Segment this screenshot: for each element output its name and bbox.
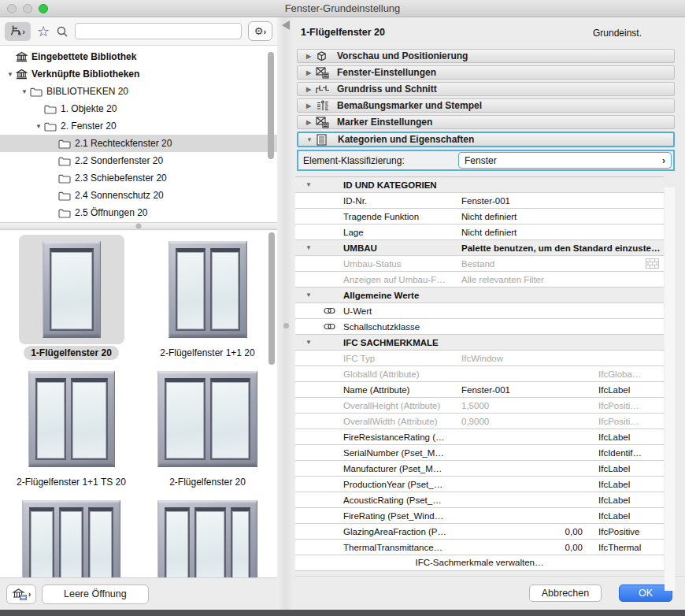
disclosure-triangle[interactable]: ▼ [33, 123, 44, 130]
property-row-globalid-attribute[interactable]: GlobalId (Attribute)IfcGloba… [295, 366, 664, 382]
property-row-lage[interactable]: LageNicht definiert [295, 225, 664, 240]
thumbnail-window-6[interactable] [139, 494, 276, 577]
tree-item-2-4-sonnenschutz-20[interactable]: 2.4 Sonnenschutz 20 [0, 187, 277, 204]
settings-gear-button[interactable]: ⚙› [248, 21, 272, 41]
property-section-ifc-sachmerkmale[interactable]: ▼IFC SACHMERKMALE [295, 335, 664, 351]
property-name: Name (Attribute) [343, 385, 461, 395]
folder-icon [58, 191, 71, 201]
accordion-label: Grundriss und Schnitt [337, 83, 437, 95]
tree-item-2-2-sonderfenster-20[interactable]: 2.2 Sonderfenster 20 [0, 152, 277, 169]
table-scroll-gutter[interactable] [665, 187, 675, 591]
object-type-button[interactable]: › [5, 22, 31, 41]
property-row-umbau-status[interactable]: Umbau-StatusBestand [295, 256, 664, 272]
empty-opening-button[interactable]: Leere Öffnung [42, 584, 149, 604]
tree-item-label: Verknüpfte Bibliotheken [31, 69, 139, 80]
minimize-button[interactable] [23, 4, 32, 13]
tree-item-label: Eingebettete Bibliothek [31, 51, 136, 62]
zoom-button[interactable] [39, 4, 48, 13]
vertical-splitter[interactable] [277, 17, 294, 610]
property-row-productionyear-pset[interactable]: ProductionYear (Pset_…IfcLabel [295, 477, 664, 492]
thumbnail-2-flügelfenster-20[interactable]: 2-Flügelfenster 20 [139, 365, 276, 489]
property-type: IfcLabel [598, 385, 664, 395]
window-pane [210, 248, 240, 331]
categories-icon [317, 134, 338, 146]
tree-item-eingebettete-bibliothek[interactable]: Eingebettete Bibliothek [0, 48, 277, 65]
property-row-acousticrating-pset[interactable]: AcousticRating (Pset_…IfcLabel [295, 492, 664, 508]
thumbnail-window-5[interactable] [3, 494, 139, 577]
disclosure-triangle[interactable]: ▼ [5, 71, 16, 78]
property-row-overallheight-attribute[interactable]: OverallHeight (Attribute)1,5000IfcPositi… [295, 398, 664, 414]
thumbnail-2-flügelfenster-1-1-20[interactable]: 2-Flügelfenster 1+1 20 [139, 235, 276, 360]
window-pane [176, 248, 206, 331]
tree-item-verknüpfte-bibliotheken[interactable]: ▼Verknüpfte Bibliotheken [0, 65, 277, 83]
disclosure-triangle[interactable]: ▼ [19, 88, 30, 95]
property-name: Anzeigen auf Umbau-F… [343, 275, 461, 284]
tree-item-bibliotheken-20[interactable]: ▼BIBLIOTHEKEN 20 [0, 83, 277, 100]
property-row-serialnumber-pset-m[interactable]: SerialNumber (Pset_M…IfcIdentif… [295, 445, 664, 461]
thumbnail-2-flügelfenster-1-1-ts-20[interactable]: 2-Flügelfenster 1+1 TS 20 [3, 365, 139, 489]
favorites-star-icon[interactable]: ☆ [37, 24, 50, 39]
property-type: IfcLabel [598, 480, 664, 489]
selected-object-title: 1-Flügelfenster 20 [301, 27, 385, 38]
collapse-panel-arrow[interactable] [282, 20, 290, 30]
dialog-buttons-bar: Abbrechen OK [294, 576, 685, 610]
accordion-vorschau-und-positionierung[interactable]: ▶Vorschau und Positionierung [297, 49, 675, 63]
property-type: IfcPositive [598, 527, 664, 536]
window-bottom-edge [0, 610, 685, 616]
property-row-ifc-typ[interactable]: IFC TypIfcWindow [295, 351, 664, 366]
accordion-grundriss-und-schnitt[interactable]: ▶Grundriss und Schnitt [297, 82, 675, 96]
property-section-allgemeine-werte[interactable]: ▼Allgemeine Werte [295, 288, 664, 303]
classification-dropdown[interactable]: Fenster › [458, 152, 672, 169]
property-section-id-und-kategorien[interactable]: ▼ID UND KATEGORIEN [295, 177, 664, 193]
tree-item-2-5-öffnungen-20[interactable]: 2.5 Öffnungen 20 [0, 204, 277, 221]
property-row-name-attribute[interactable]: Name (Attribute)Fenster-001IfcLabel [295, 382, 664, 398]
disclosure-triangle: ▼ [295, 181, 322, 188]
left-footer-bar: › Leere Öffnung [0, 577, 277, 610]
tree-item-2-3-schiebefenster-20[interactable]: 2.3 Schiebefenster 20 [0, 169, 277, 187]
library-manager-button[interactable]: › [6, 584, 36, 604]
tree-item-1-objekte-20[interactable]: 1. Objekte 20 [0, 100, 277, 117]
property-row-manufacturer-pset-m[interactable]: Manufacturer (Pset_M…IfcLabel [295, 461, 664, 477]
window-preview [168, 241, 247, 338]
property-row-glazingareafraction-p[interactable]: GlazingAreaFraction (P…0,00IfcPositive [295, 524, 664, 540]
property-name: AcousticRating (Pset_… [343, 495, 461, 505]
cancel-button[interactable]: Abbrechen [529, 584, 602, 602]
accordion-kategorien-und-eigenschaften[interactable]: ▼Kategorien und Eigenschaften [297, 132, 675, 147]
classification-label: Element-Klassifizierung: [303, 155, 458, 166]
marker-settings-icon [316, 117, 337, 128]
property-name: ThermalTransmittance… [343, 543, 461, 552]
property-row-id-nr[interactable]: ID-Nr.Fenster-001 [295, 193, 664, 209]
library-icon [16, 51, 28, 62]
search-input[interactable] [75, 23, 242, 39]
thumbnail-1-flügelfenster-20[interactable]: 1-Flügelfenster 20 [3, 235, 139, 360]
tree-scrollbar[interactable] [268, 52, 274, 159]
gear-icon: ⚙ [254, 25, 264, 37]
properties-table: ▼ID UND KATEGORIENID-Nr.Fenster-001Trage… [295, 176, 664, 571]
accordion-bemaßungsmarker-und-stempel[interactable]: ▶Bemaßungsmarker und Stempel [297, 98, 675, 113]
property-row-thermaltransmittance[interactable]: ThermalTransmittance…0,00IfcThermal [295, 540, 664, 555]
folder-icon [44, 121, 57, 132]
tree-item-2-1-rechteckfenster-20[interactable]: 2.1 Rechteckfenster 20 [0, 135, 277, 152]
property-row-schallschutzklasse[interactable]: Schallschutzklasse [295, 319, 664, 335]
property-section-umbau[interactable]: ▼UMBAUPalette benutzen, um den Standard … [295, 240, 664, 256]
property-row-firerating-pset-wind[interactable]: FireRating (Pset_Wind…IfcLabel [295, 508, 664, 524]
property-value: Nicht definiert [461, 228, 598, 237]
window-pane [71, 378, 108, 460]
property-row-tragende-funktion[interactable]: Tragende FunktionNicht definiert [295, 209, 664, 225]
property-row-anzeigen-auf-umbau-f[interactable]: Anzeigen auf Umbau-F…Alle relevanten Fil… [295, 272, 664, 288]
close-button[interactable] [7, 4, 17, 13]
horizontal-splitter[interactable] [0, 222, 277, 230]
property-row-overallwidth-attribute[interactable]: OverallWidth (Attribute)0,9000IfcPositi… [295, 414, 664, 429]
classification-value: Fenster [465, 155, 497, 166]
property-row-u-wert[interactable]: U-Wert [295, 303, 664, 319]
folder-icon [58, 156, 71, 166]
titlebar: Fenster-Grundeinstellung [0, 0, 685, 17]
tree-item-2-fenster-20[interactable]: ▼2. Fenster 20 [0, 117, 277, 135]
accordion-fenster-einstellungen[interactable]: ▶Fenster-Einstellungen [297, 65, 675, 80]
property-name: Umbau-Status [343, 259, 461, 269]
manage-ifc-properties-button[interactable]: IFC-Sachmerkmale verwalten… [295, 555, 664, 571]
property-row-fireresistancerating[interactable]: FireResistanceRating (…IfcLabel [295, 429, 664, 445]
thumbnails-scrollbar[interactable] [268, 232, 275, 365]
accordion-marker-einstellungen[interactable]: ▶Marker Einstellungen [297, 115, 675, 129]
search-icon[interactable] [56, 25, 68, 38]
